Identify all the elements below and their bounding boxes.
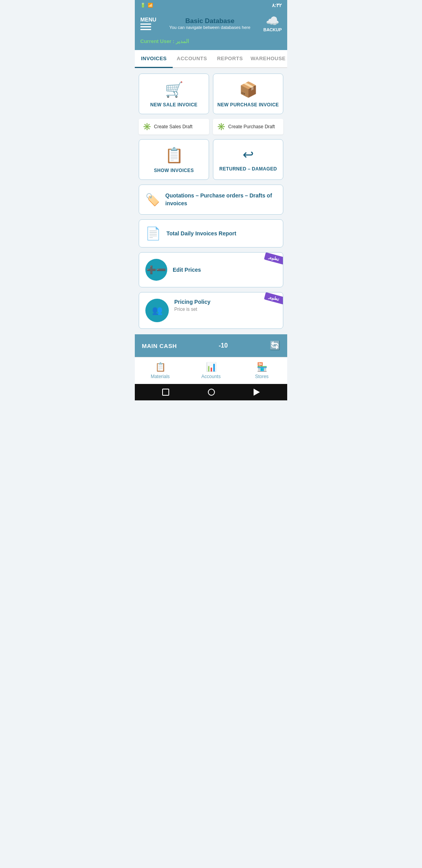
create-purchase-draft-label: Create Purchase Draft (228, 124, 275, 129)
show-invoices-label: SHOW INVOICES (154, 168, 194, 173)
create-purchase-draft-button[interactable]: ✳️ Create Purchase Draft (213, 119, 283, 135)
purchase-icon: 📦 (239, 81, 257, 98)
main-content: 🛒 NEW SALE INVOICE 📦 NEW PURCHASE INVOIC… (135, 68, 287, 334)
calculator-icon: ➕➖ (145, 259, 167, 281)
draft-purchase-icon: ✳️ (217, 122, 225, 131)
invoice-cards-row: 🛒 NEW SALE INVOICE 📦 NEW PURCHASE INVOIC… (139, 74, 283, 114)
header-subtitle: You can navigate between databases here (169, 25, 250, 30)
accounts-button[interactable]: 📊 Accounts (186, 357, 236, 384)
status-time: ٨:٣٢ (272, 2, 282, 8)
tag-icon: 🏷️ (145, 193, 160, 206)
quotations-card[interactable]: 🏷️ Quotations – Purchase orders – Drafts… (139, 185, 283, 215)
android-home-button[interactable] (208, 389, 215, 396)
tab-warehouse[interactable]: WAREHOUSE (249, 50, 287, 67)
tab-invoices[interactable]: INVOICES (135, 50, 173, 68)
shopping-cart-icon: 🛒 (165, 81, 183, 98)
accounts-icon: 📊 (206, 362, 216, 372)
status-bar: 🔋 📶 ٨:٣٢ (135, 0, 287, 11)
backup-icon: ☁️ (266, 14, 279, 27)
stores-icon: 🏪 (257, 362, 267, 372)
menu-label: MENU (140, 16, 156, 23)
materials-button[interactable]: 📋 Materials (135, 357, 186, 384)
tabs: INVOICES ACCOUNTS REPORTS WAREHOUSE (135, 50, 287, 68)
draft-sales-icon: ✳️ (143, 122, 151, 131)
header-center: Basic Database You can navigate between … (169, 17, 250, 30)
stores-label: Stores (255, 374, 269, 379)
android-back-button[interactable] (162, 389, 169, 396)
bottom-nav: 📋 Materials 📊 Accounts 🏪 Stores (135, 357, 287, 384)
pricing-policy-card[interactable]: 👥 Pricing Policy Price is set تطوير (139, 292, 283, 329)
backup-label: BACKUP (263, 27, 282, 32)
header: MENU Basic Database You can navigate bet… (135, 11, 287, 36)
drafts-row: ✳️ Create Sales Draft ✳️ Create Purchase… (139, 119, 283, 135)
create-sales-draft-button[interactable]: ✳️ Create Sales Draft (139, 119, 209, 135)
current-user-bar: Current User : المدير (135, 36, 287, 48)
pricing-policy-content: Pricing Policy Price is set (174, 299, 277, 312)
materials-label: Materials (151, 374, 170, 379)
daily-report-card[interactable]: 📄 Total Daily Invoices Report (139, 219, 283, 247)
android-recent-button[interactable] (254, 389, 260, 396)
current-user-label: Current User : المدير (140, 38, 189, 44)
backup-button[interactable]: ☁️ BACKUP (263, 14, 282, 32)
hamburger-icon (140, 23, 156, 30)
quotations-label: Quotations – Purchase orders – Drafts of… (165, 192, 277, 207)
tab-accounts[interactable]: ACCOUNTS (173, 50, 211, 67)
main-cash-value: -10 (219, 342, 228, 349)
accounts-label: Accounts (201, 374, 220, 379)
signal-icon: 📶 (148, 3, 153, 8)
cash-bar: MAIN CASH -10 🔄 (135, 334, 287, 357)
tab-reports[interactable]: REPORTS (211, 50, 249, 67)
report-icon: 📄 (145, 226, 161, 241)
invoices-returned-row: 📋 SHOW INVOICES ↩ RETURNED – DAMAGED (139, 139, 283, 180)
android-nav-bar (135, 384, 287, 400)
stores-button[interactable]: 🏪 Stores (236, 357, 287, 384)
refresh-icon[interactable]: 🔄 (270, 341, 280, 351)
status-icons: 🔋 📶 (140, 3, 153, 8)
battery-icon: 🔋 (140, 3, 146, 8)
new-purchase-invoice-card[interactable]: 📦 NEW PURCHASE INVOICE (213, 74, 283, 114)
main-cash-label: MAIN CASH (142, 343, 177, 349)
pricing-policy-sublabel: Price is set (174, 307, 277, 312)
list-icon: 📋 (165, 147, 183, 164)
materials-icon: 📋 (155, 362, 166, 372)
header-title: Basic Database (169, 17, 250, 25)
create-sales-draft-label: Create Sales Draft (154, 124, 193, 129)
show-invoices-card[interactable]: 📋 SHOW INVOICES (139, 139, 209, 180)
daily-report-label: Total Daily Invoices Report (166, 230, 236, 237)
tatweer-badge-edit: تطوير (264, 252, 283, 265)
pricing-policy-icon: 👥 (145, 299, 169, 322)
pricing-policy-label: Pricing Policy (174, 299, 277, 305)
edit-prices-label: Edit Prices (173, 267, 201, 273)
new-sale-label: NEW SALE INVOICE (150, 102, 198, 108)
returned-damaged-label: RETURNED – DAMAGED (219, 166, 277, 172)
new-sale-invoice-card[interactable]: 🛒 NEW SALE INVOICE (139, 74, 209, 114)
menu-button[interactable]: MENU (140, 16, 156, 30)
returned-damaged-card[interactable]: ↩ RETURNED – DAMAGED (213, 139, 283, 180)
edit-prices-card[interactable]: ➕➖ Edit Prices تطوير (139, 252, 283, 287)
new-purchase-label: NEW PURCHASE INVOICE (217, 102, 279, 108)
return-icon: ↩ (243, 147, 254, 162)
